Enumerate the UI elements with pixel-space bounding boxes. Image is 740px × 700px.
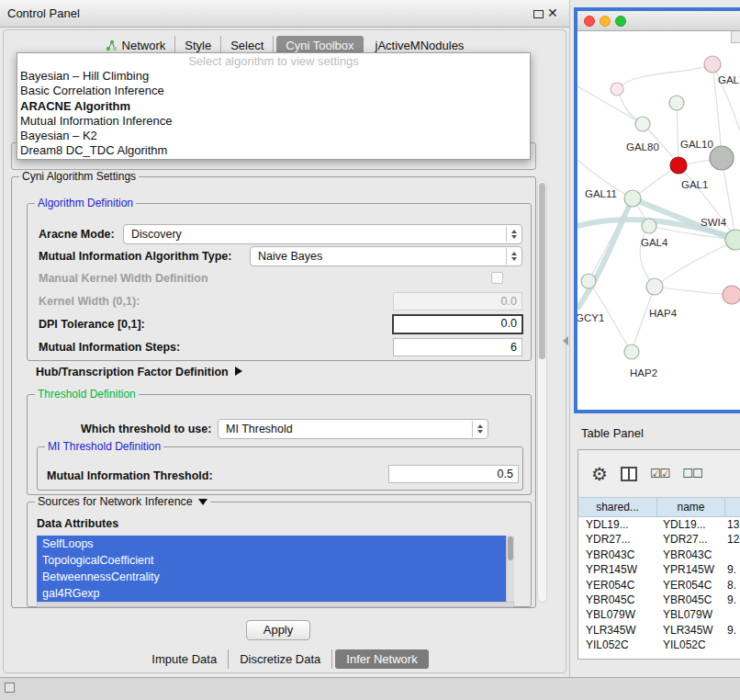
table-row[interactable]: YER054CYER054C8. [578,578,740,593]
table-cell: YPR145W [657,562,725,577]
node-label: GAL1 [681,179,708,190]
network-canvas[interactable]: GAL7GAL80GAL10GAL11GAL1SWI4GAL4GCY1HAP4H… [577,31,740,410]
table-row[interactable]: YDR27...YDR27...12 [578,532,740,547]
network-node[interactable] [670,157,687,174]
column-header-partial[interactable] [725,498,740,516]
dpi-tolerance-label: DPI Tolerance [0,1]: [39,318,145,331]
network-node[interactable] [611,83,623,96]
network-node[interactable] [723,286,740,304]
group-title: Algorithm Definition [35,197,136,209]
table-cell [725,607,740,622]
scrollbar-thumb[interactable] [508,536,513,560]
table-cell: 9. [725,593,740,607]
kernel-width-field[interactable]: 0.0 [393,292,522,310]
network-node[interactable] [624,190,641,207]
tab-impute-data[interactable]: Impute Data [140,649,229,669]
algorithm-option[interactable]: Basic Correlation Inference [17,84,530,98]
node-label: HAP4 [649,308,678,319]
table-cell: 12 [725,532,740,547]
kernel-width-label: Kernel Width (0,1): [39,295,140,308]
data-attributes-label: Data Attributes [37,517,118,530]
scrollbar-corner [731,31,740,43]
collapsed-panel-icon[interactable] [5,683,15,693]
table-row[interactable]: YPR145WYPR145W9. [578,562,740,577]
table-row[interactable]: YIL052CYIL052C [578,638,740,652]
network-node[interactable] [581,274,596,288]
column-header-name[interactable]: name [657,498,725,516]
algorithm-option[interactable]: Mutual Information Inference [17,114,530,129]
network-node[interactable] [646,278,663,295]
data-attributes-list[interactable]: SelfLoopsTopologicalCoefficientBetweenne… [37,536,514,602]
network-edge [617,64,712,89]
attribute-list-item[interactable]: gal4RGexp [37,585,514,602]
table-cell: YBR043C [578,548,657,562]
tab-discretize-data[interactable]: Discretize Data [229,649,332,669]
node-label: GAL7 [718,74,740,85]
table-header-row: shared... name [578,497,740,517]
column-header-shared-name[interactable]: shared... [578,498,657,516]
network-window-titlebar[interactable] [577,11,740,31]
group-title: Threshold Definition [35,388,139,401]
table-row[interactable]: YBL079WYBL079W [578,607,740,622]
attribute-list-item[interactable]: TopologicalCoefficient [37,552,514,569]
settings-scrollbar[interactable] [537,180,547,603]
close-icon[interactable]: ✕ [547,6,558,20]
group-title: Cyni Algorithm Settings [19,170,139,183]
algorithm-option[interactable]: Bayesian – Hill Climbing [17,69,530,84]
manual-kernel-checkbox[interactable] [491,272,503,284]
table-cell: YER054C [578,578,657,593]
tab-label: jActiveMNodules [376,39,465,52]
gear-icon[interactable]: ⚙ [591,465,608,483]
mi-type-label: Mutual Information Algorithm Type: [39,250,231,263]
network-node[interactable] [624,344,639,359]
sources-toggle[interactable]: Sources for Network Inference [35,495,210,508]
algorithm-option[interactable]: ARACNE Algorithm [17,99,530,114]
table-row[interactable]: YDL19...YDL19...13 [578,517,740,532]
manual-kernel-label: Manual Kernel Width Definition [39,272,208,285]
combo-stepper-icon [472,421,487,437]
mi-steps-field[interactable]: 6 [393,338,522,356]
network-edge [655,287,732,295]
network-icon [106,40,118,51]
attribute-list-item[interactable]: SelfLoops [37,536,514,552]
network-node[interactable] [725,230,740,250]
table-row[interactable]: YBR043CYBR043C [578,548,740,562]
algorithm-option[interactable]: Bayesian – K2 [17,129,530,143]
which-threshold-combo[interactable]: MI Threshold [218,419,488,439]
mi-type-combo[interactable]: Naive Bayes [250,246,522,266]
select-all-icon[interactable]: ☑☑ [650,467,669,480]
network-node[interactable] [642,219,656,233]
combo-stepper-icon [506,248,521,265]
cyni-algorithm-settings-group: Cyni Algorithm Settings Algorithm Defini… [11,176,536,608]
zoom-traffic-light-icon[interactable] [615,16,626,27]
close-traffic-light-icon[interactable] [584,16,595,27]
apply-button[interactable]: Apply [246,620,310,640]
list-horizontal-scrollbar[interactable] [37,602,514,607]
table-cell [725,638,740,652]
float-window-icon[interactable] [533,10,544,18]
dpi-tolerance-field[interactable]: 0.0 [392,314,523,334]
table-row[interactable]: YBR045CYBR045C9. [578,593,740,607]
panel-splitter-handle[interactable] [563,336,568,345]
table-row[interactable]: YLR345WYLR345W9. [578,623,740,638]
aracne-mode-combo[interactable]: Discovery [123,224,522,244]
attribute-list-item[interactable]: BetweennessCentrality [37,569,514,585]
which-threshold-label: Which threshold to use: [81,423,211,435]
network-node[interactable] [635,117,650,131]
algorithm-option[interactable]: Dream8 DC_TDC Algorithm [17,143,530,158]
network-node[interactable] [669,96,684,110]
network-node[interactable] [710,146,734,170]
tab-infer-network[interactable]: Infer Network [335,649,428,669]
deselect-all-icon[interactable]: ☐☐ [682,467,701,480]
bottom-strip [0,677,740,700]
minimize-traffic-light-icon[interactable] [600,16,611,27]
network-node[interactable] [704,56,721,73]
mi-threshold-field[interactable]: 0.5 [388,465,519,483]
table-cell: YBL079W [657,607,725,622]
control-panel-titlebar: Control Panel ✕ [0,0,569,28]
hub-definition-toggle[interactable]: Hub/Transcription Factor Definition [36,366,242,378]
list-scrollbar[interactable] [506,536,514,602]
table-cell: YLR345W [657,623,725,638]
columns-icon[interactable] [621,467,637,481]
scrollbar-thumb[interactable] [539,183,545,359]
